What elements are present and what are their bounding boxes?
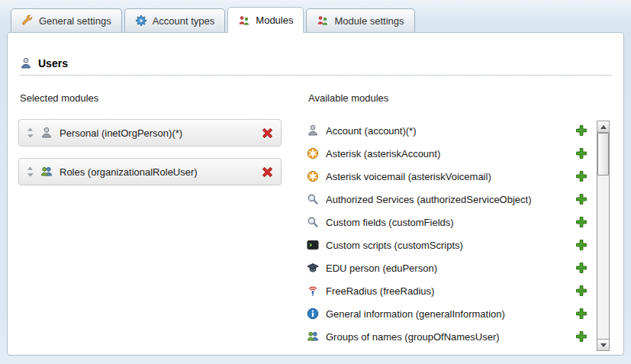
person-icon xyxy=(40,127,53,139)
tab-modules[interactable]: Modules xyxy=(227,7,304,33)
scroll-down-button[interactable] xyxy=(597,339,609,350)
edu-icon xyxy=(307,262,319,274)
lam-configuration-page: General settings Account types Modules M… xyxy=(0,0,631,356)
module-label: Groups of names (groupOfNamesUser) xyxy=(326,331,568,343)
module-label: Authorized Services (authorizedServiceOb… xyxy=(326,194,568,205)
add-module-button[interactable] xyxy=(575,147,588,160)
drag-handle[interactable] xyxy=(26,127,34,138)
add-module-button[interactable] xyxy=(575,238,588,252)
tab-label: Account types xyxy=(153,15,215,27)
available-module-row: Groups of names (groupOfNamesUser) xyxy=(307,325,588,348)
available-module-row: EDU person (eduPerson) xyxy=(307,256,588,279)
module-label: Roles (organizationalRoleUser) xyxy=(60,166,253,178)
module-settings-icon xyxy=(317,14,329,27)
remove-module-button[interactable] xyxy=(260,126,274,140)
users-section-title: Users xyxy=(38,57,68,69)
selected-module-row: Personal (inetOrgPerson)(*) xyxy=(18,119,282,147)
add-module-button[interactable] xyxy=(575,307,588,321)
tab-label: Modules xyxy=(256,14,293,26)
add-module-button[interactable] xyxy=(575,124,588,137)
modules-icon xyxy=(238,14,250,27)
magnifier-icon xyxy=(307,216,319,228)
module-label: Custom fields (customFields) xyxy=(326,217,568,228)
terminal-icon xyxy=(307,239,319,251)
wrench-icon xyxy=(21,14,34,27)
account-types-icon xyxy=(135,14,147,27)
module-label: Asterisk voicemail (asteriskVoicemail) xyxy=(326,171,568,182)
available-module-row: Custom scripts (customScripts) xyxy=(307,234,588,256)
available-modules-column: Available modules Account (account)(*) A… xyxy=(307,86,610,348)
tab-label: Module settings xyxy=(334,15,404,27)
scroll-up-button[interactable] xyxy=(597,121,609,133)
users-section-header: Users xyxy=(20,57,611,76)
available-modules-list-area: Account (account)(*) Asterisk (asteriskA… xyxy=(307,119,610,348)
remove-module-button[interactable] xyxy=(260,165,274,179)
available-module-row: Account (account)(*) xyxy=(307,119,588,142)
user-icon xyxy=(20,57,32,69)
selected-modules-heading: Selected modules xyxy=(20,92,293,104)
group-icon xyxy=(307,330,319,343)
drag-handle[interactable] xyxy=(26,166,34,177)
available-modules-list: Account (account)(*) Asterisk (asteriskA… xyxy=(307,119,588,348)
module-label: Asterisk (asteriskAccount) xyxy=(326,148,568,159)
available-module-row: Authorized Services (authorizedServiceOb… xyxy=(307,188,588,211)
add-module-button[interactable] xyxy=(575,284,588,298)
tab-account-types[interactable]: Account types xyxy=(124,8,226,32)
module-label: General information (generalInformation) xyxy=(326,308,568,320)
tab-general-settings[interactable]: General settings xyxy=(11,8,122,32)
tab-bar: General settings Account types Modules M… xyxy=(0,0,631,32)
tab-module-settings[interactable]: Module settings xyxy=(306,8,414,32)
add-module-button[interactable] xyxy=(575,192,588,206)
scrollbar-track[interactable] xyxy=(597,133,609,339)
available-modules-heading: Available modules xyxy=(308,92,610,104)
selected-module-row: Roles (organizationalRoleUser) xyxy=(18,158,282,185)
radius-icon xyxy=(307,285,319,297)
add-module-button[interactable] xyxy=(575,261,588,275)
module-label: FreeRadius (freeRadius) xyxy=(326,285,568,297)
info-icon xyxy=(307,308,319,320)
modules-columns: Selected modules Personal (inetOrgPerson… xyxy=(8,76,623,348)
tab-label: General settings xyxy=(39,15,111,27)
scrollbar[interactable] xyxy=(597,121,610,351)
person-icon xyxy=(307,124,319,137)
selected-modules-column: Selected modules Personal (inetOrgPerson… xyxy=(18,86,293,348)
asterisk-icon xyxy=(307,147,319,159)
available-module-row: General information (generalInformation) xyxy=(307,302,588,325)
module-label: Account (account)(*) xyxy=(326,125,568,137)
magnifier-icon xyxy=(307,193,319,205)
add-module-button[interactable] xyxy=(575,169,588,183)
add-module-button[interactable] xyxy=(575,330,588,343)
selected-modules-list: Personal (inetOrgPerson)(*) Roles (organ… xyxy=(18,119,293,185)
group-icon xyxy=(40,166,53,178)
add-module-button[interactable] xyxy=(575,215,588,229)
available-module-row: Custom fields (customFields) xyxy=(307,211,588,234)
asterisk-icon xyxy=(307,170,319,182)
modules-panel: Users Selected modules Personal (inetOrg… xyxy=(7,32,624,356)
scrollbar-thumb[interactable] xyxy=(597,133,609,176)
available-module-row: Asterisk voicemail (asteriskVoicemail) xyxy=(307,165,588,188)
module-label: Custom scripts (customScripts) xyxy=(326,240,568,251)
available-module-row: FreeRadius (freeRadius) xyxy=(307,279,588,302)
module-label: Personal (inetOrgPerson)(*) xyxy=(60,127,253,139)
module-label: EDU person (eduPerson) xyxy=(326,263,568,274)
available-module-row: Asterisk (asteriskAccount) xyxy=(307,142,588,165)
